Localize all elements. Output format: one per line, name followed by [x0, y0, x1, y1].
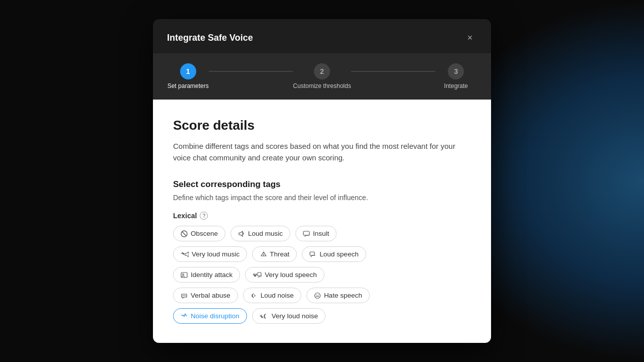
tag-loud-speech[interactable]: Loud speech — [302, 246, 366, 262]
tags-title: Select corresponding tags — [173, 179, 471, 190]
modal-overlay: Integrate Safe Voice × 1 Set parameters … — [0, 0, 644, 362]
tag-hate-speech[interactable]: Hate speech — [306, 288, 370, 303]
modal: Integrate Safe Voice × 1 Set parameters … — [153, 19, 491, 343]
tags-row-4: Verbal abuse Loud noise Hate speech — [173, 288, 471, 303]
svg-point-4 — [264, 255, 264, 256]
step-3-label: Integrate — [444, 82, 468, 89]
loud-speech-icon — [309, 251, 316, 258]
tags-row-5: Noise disruption Very loud noise — [173, 308, 471, 324]
svg-line-1 — [182, 232, 186, 236]
category-lexical-label: Lexical — [173, 212, 197, 220]
tag-loud-speech-label: Loud speech — [319, 250, 358, 258]
tag-threat-label: Threat — [270, 250, 289, 258]
step-1-label: Set parameters — [168, 82, 209, 89]
svg-rect-2 — [303, 231, 309, 235]
help-icon[interactable]: ? — [200, 212, 208, 220]
tags-row-1: Obscene Loud music Insult — [173, 226, 471, 241]
tag-verbal-abuse-label: Verbal abuse — [191, 292, 230, 299]
step-2-circle: 2 — [314, 63, 330, 79]
hate-speech-icon — [314, 292, 321, 299]
tag-verbal-abuse[interactable]: Verbal abuse — [173, 288, 238, 303]
tag-noise-disruption-label: Noise disruption — [191, 312, 239, 320]
tag-threat[interactable]: Threat — [252, 246, 297, 262]
step-3[interactable]: 3 Integrate — [435, 63, 477, 89]
svg-rect-5 — [310, 252, 314, 255]
tags-row-2: Very loud music Threat Loud speech — [173, 246, 471, 262]
tag-insult-label: Insult — [313, 230, 329, 237]
obscene-icon — [181, 230, 188, 237]
verbal-abuse-icon — [181, 292, 188, 299]
tag-identity-attack[interactable]: Identity attack — [173, 267, 240, 283]
step-1-circle: 1 — [180, 63, 196, 79]
tag-very-loud-noise[interactable]: Very loud noise — [252, 308, 326, 324]
tag-very-loud-music[interactable]: Very loud music — [173, 246, 247, 262]
tag-noise-disruption[interactable]: Noise disruption — [173, 308, 247, 324]
category-lexical: Lexical ? — [173, 212, 471, 220]
loud-music-icon — [238, 230, 245, 237]
tag-identity-attack-label: Identity attack — [191, 271, 232, 279]
tag-obscene-label: Obscene — [191, 230, 218, 237]
modal-content: Score details Combine different tags and… — [153, 100, 491, 343]
modal-title: Integrate Safe Voice — [167, 33, 253, 43]
step-1[interactable]: 1 Set parameters — [167, 63, 209, 89]
identity-attack-icon — [181, 272, 188, 279]
tag-very-loud-speech-label: Very loud speech — [265, 271, 317, 279]
tag-loud-music-label: Loud music — [248, 230, 283, 237]
tag-insult[interactable]: Insult — [295, 226, 337, 241]
tag-very-loud-noise-label: Very loud noise — [272, 312, 318, 320]
svg-point-11 — [316, 295, 316, 295]
step-connector-2 — [351, 71, 435, 72]
modal-header: Integrate Safe Voice × — [153, 19, 491, 45]
tag-loud-noise-label: Loud noise — [261, 292, 294, 299]
svg-rect-8 — [258, 273, 261, 276]
step-connector-1 — [209, 71, 293, 72]
section-desc: Combine different tags and scores based … — [173, 140, 471, 164]
very-loud-speech-icon — [253, 272, 262, 279]
svg-point-7 — [183, 274, 184, 275]
noise-disruption-icon — [181, 313, 188, 320]
tags-subtitle: Define which tags impact the score and t… — [173, 194, 471, 202]
tag-hate-speech-label: Hate speech — [324, 292, 362, 299]
very-loud-noise-icon — [260, 313, 269, 320]
step-3-circle: 3 — [448, 63, 464, 79]
tag-very-loud-speech[interactable]: Very loud speech — [245, 267, 325, 283]
step-2-label: Customize thresholds — [293, 82, 351, 89]
tag-loud-music[interactable]: Loud music — [230, 226, 290, 241]
close-button[interactable]: × — [463, 31, 477, 45]
loud-noise-icon — [251, 292, 258, 299]
threat-icon — [260, 251, 267, 258]
tags-row-3: Identity attack Very loud speech — [173, 267, 471, 283]
tag-loud-noise[interactable]: Loud noise — [243, 288, 301, 303]
tag-obscene[interactable]: Obscene — [173, 226, 225, 241]
insult-icon — [303, 230, 310, 237]
svg-point-10 — [314, 293, 320, 298]
step-2[interactable]: 2 Customize thresholds — [293, 63, 351, 89]
svg-point-12 — [318, 295, 318, 295]
very-loud-music-icon — [181, 251, 189, 258]
section-title: Score details — [173, 118, 471, 133]
stepper: 1 Set parameters 2 Customize thresholds … — [153, 53, 491, 100]
tag-very-loud-music-label: Very loud music — [192, 250, 239, 258]
